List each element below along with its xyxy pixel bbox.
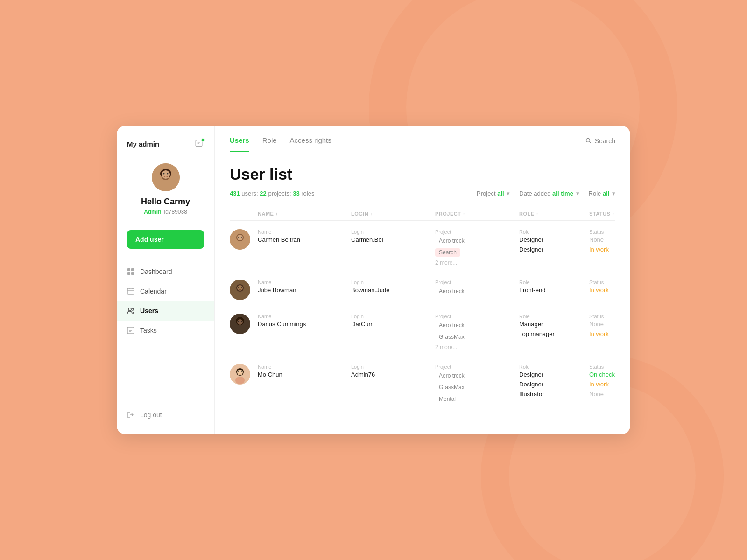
svg-point-14 bbox=[132, 308, 134, 310]
table-row[interactable]: Name Jube Bowman Login Bowman.Jude Proje… bbox=[230, 273, 615, 307]
dashboard-icon bbox=[127, 268, 134, 275]
svg-rect-11 bbox=[131, 272, 134, 275]
svg-rect-8 bbox=[127, 268, 130, 271]
avatar bbox=[230, 229, 250, 250]
svg-point-7 bbox=[159, 180, 172, 189]
svg-point-28 bbox=[235, 292, 245, 300]
sidebar-item-label: Dashboard bbox=[140, 268, 172, 275]
status-cell: Status On check In work None bbox=[589, 364, 630, 398]
role-cell: Role Designer Designer Illustrator bbox=[519, 364, 589, 398]
logout-icon bbox=[127, 411, 134, 419]
table-row[interactable]: Name Carmen Beltrán Login Carmen.Bel Pro… bbox=[230, 223, 615, 273]
tab-access-rights[interactable]: Access rights bbox=[290, 136, 331, 152]
login-cell: Login Admin76 bbox=[351, 364, 435, 378]
svg-point-32 bbox=[238, 321, 239, 322]
nav-tabs: Users Role Access rights bbox=[230, 136, 331, 152]
avatar bbox=[230, 314, 250, 334]
col-status[interactable]: STATUS ↕ bbox=[589, 211, 630, 217]
filter-date[interactable]: Date added all time ▾ bbox=[519, 190, 579, 197]
avatar bbox=[152, 163, 180, 191]
calendar-icon bbox=[127, 287, 134, 295]
profile-id: id789038 bbox=[164, 209, 187, 215]
svg-point-26 bbox=[238, 287, 239, 288]
filter-project[interactable]: Project all ▾ bbox=[477, 190, 510, 197]
app-container: My admin bbox=[117, 126, 630, 434]
svg-point-13 bbox=[128, 308, 131, 311]
top-nav: Users Role Access rights Search bbox=[215, 126, 630, 152]
user-avatar-cell bbox=[230, 280, 258, 300]
user-avatar-cell bbox=[230, 314, 258, 334]
app-title: My admin bbox=[127, 140, 159, 148]
filter-role[interactable]: Role all ▾ bbox=[589, 190, 615, 197]
project-cell: Project Aero treck Search 2 more... bbox=[435, 229, 519, 266]
sort-icon: ↕ bbox=[463, 211, 465, 216]
role-cell: Role Front-end bbox=[519, 280, 589, 294]
project-cell: Project Aero treck bbox=[435, 280, 519, 298]
login-cell: Login Carmen.Bel bbox=[351, 229, 435, 243]
profile-role: Admin bbox=[144, 209, 161, 215]
chevron-down-icon: ▾ bbox=[576, 190, 579, 197]
svg-point-34 bbox=[235, 327, 245, 334]
sidebar-item-calendar[interactable]: Calendar bbox=[117, 281, 214, 301]
profile-greeting: Hello Carmy bbox=[141, 197, 190, 207]
search-area[interactable]: Search bbox=[585, 137, 615, 151]
users-icon bbox=[127, 307, 134, 315]
notification-icon[interactable] bbox=[195, 139, 204, 148]
user-table: NAME ↓ LOGIN ↕ PROJECT ↕ ROLE ↕ bbox=[230, 207, 615, 413]
add-user-button[interactable]: Add user bbox=[127, 230, 204, 249]
sidebar-item-label: Users bbox=[140, 307, 158, 315]
col-name[interactable]: NAME ↓ bbox=[258, 211, 351, 217]
sidebar-item-label: Calendar bbox=[140, 287, 167, 295]
logout-button[interactable]: Log out bbox=[117, 405, 214, 425]
name-cell: Name Darius Cummings bbox=[258, 314, 351, 328]
table-header: NAME ↓ LOGIN ↕ PROJECT ↕ ROLE ↕ bbox=[230, 207, 615, 221]
col-project[interactable]: PROJECT ↕ bbox=[435, 211, 519, 217]
role-count: 33 bbox=[293, 190, 299, 197]
tab-role[interactable]: Role bbox=[262, 136, 277, 152]
svg-point-39 bbox=[241, 371, 242, 372]
svg-point-27 bbox=[241, 287, 242, 288]
sidebar-profile: Hello Carmy Admin id789038 bbox=[117, 160, 214, 228]
avatar bbox=[230, 364, 250, 385]
svg-point-20 bbox=[238, 237, 239, 238]
user-avatar-cell bbox=[230, 364, 258, 385]
sort-icon: ↕ bbox=[536, 211, 539, 216]
status-cell: Status In work bbox=[589, 280, 630, 294]
role-cell: Role Designer Designer bbox=[519, 229, 589, 253]
search-label: Search bbox=[595, 137, 615, 145]
search-icon bbox=[585, 138, 592, 144]
sidebar-header: My admin bbox=[117, 139, 214, 160]
status-cell: Status None In work bbox=[589, 314, 630, 337]
svg-point-21 bbox=[241, 237, 242, 238]
tab-users[interactable]: Users bbox=[230, 136, 249, 152]
logout-label: Log out bbox=[140, 411, 162, 419]
sort-icon: ↓ bbox=[275, 211, 278, 216]
sidebar-item-users[interactable]: Users bbox=[117, 301, 214, 321]
stats-text: 431 users; 22 projects; 33 roles bbox=[230, 190, 314, 197]
svg-rect-12 bbox=[127, 288, 134, 294]
sort-icon: ↕ bbox=[370, 211, 373, 216]
project-count: 22 bbox=[260, 190, 266, 197]
notification-dot bbox=[201, 138, 205, 142]
svg-point-40 bbox=[235, 377, 245, 384]
sidebar: My admin bbox=[117, 126, 215, 434]
col-role[interactable]: ROLE ↕ bbox=[519, 211, 589, 217]
col-login[interactable]: LOGIN ↕ bbox=[351, 211, 435, 217]
page-title: User list bbox=[230, 165, 615, 183]
svg-rect-9 bbox=[131, 268, 134, 271]
filter-controls: Project all ▾ Date added all time ▾ Role… bbox=[477, 190, 615, 197]
login-cell: Login DarCum bbox=[351, 314, 435, 328]
login-cell: Login Bowman.Jude bbox=[351, 280, 435, 294]
stats-bar: 431 users; 22 projects; 33 roles Project… bbox=[230, 190, 615, 197]
tasks-icon bbox=[127, 327, 134, 334]
project-cell: Project Aero treck GrassMax Mental bbox=[435, 364, 519, 406]
svg-point-5 bbox=[163, 173, 164, 175]
status-cell: Status None In work bbox=[589, 229, 630, 253]
user-count: 431 bbox=[230, 190, 240, 197]
project-cell: Project Aero treck GrassMax 2 more... bbox=[435, 314, 519, 350]
table-row[interactable]: Name Darius Cummings Login DarCum Projec… bbox=[230, 307, 615, 357]
chevron-down-icon: ▾ bbox=[612, 190, 615, 197]
sidebar-item-dashboard[interactable]: Dashboard bbox=[117, 262, 214, 281]
table-row[interactable]: Name Mo Chun Login Admin76 Project Aero … bbox=[230, 357, 615, 413]
sidebar-item-tasks[interactable]: Tasks bbox=[117, 321, 214, 340]
